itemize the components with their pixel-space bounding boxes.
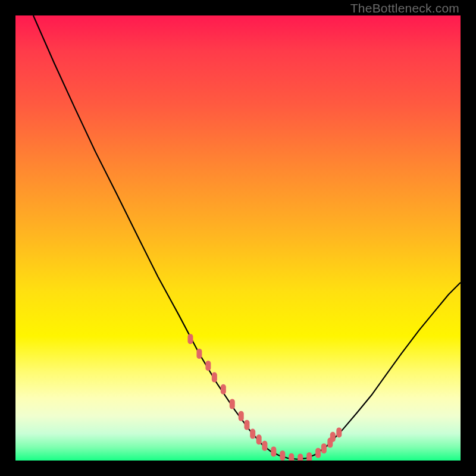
curve-layer (15, 15, 461, 461)
trough-marker (280, 450, 285, 461)
trough-marker (321, 443, 327, 453)
trough-marker (330, 432, 336, 442)
trough-marker (250, 429, 255, 439)
trough-marker (262, 441, 267, 451)
bottleneck-curve (33, 15, 461, 459)
trough-marker (205, 361, 211, 371)
trough-marker (221, 384, 226, 394)
trough-marker (256, 434, 262, 444)
trough-marker (244, 420, 249, 430)
trough-marker (298, 454, 303, 461)
trough-markers (187, 334, 342, 461)
trough-marker (187, 334, 193, 344)
trough-marker (289, 453, 294, 461)
trough-marker (306, 452, 312, 461)
curve-line (33, 15, 461, 459)
trough-marker (230, 399, 235, 409)
trough-marker (239, 411, 244, 421)
trough-marker (336, 427, 342, 437)
trough-marker (212, 372, 217, 383)
trough-marker (271, 447, 276, 457)
trough-marker (315, 448, 321, 458)
plot-area (15, 15, 461, 461)
watermark-text: TheBottleneck.com (350, 1, 459, 15)
chart-frame: TheBottleneck.com (0, 0, 476, 476)
trough-marker (196, 349, 202, 359)
